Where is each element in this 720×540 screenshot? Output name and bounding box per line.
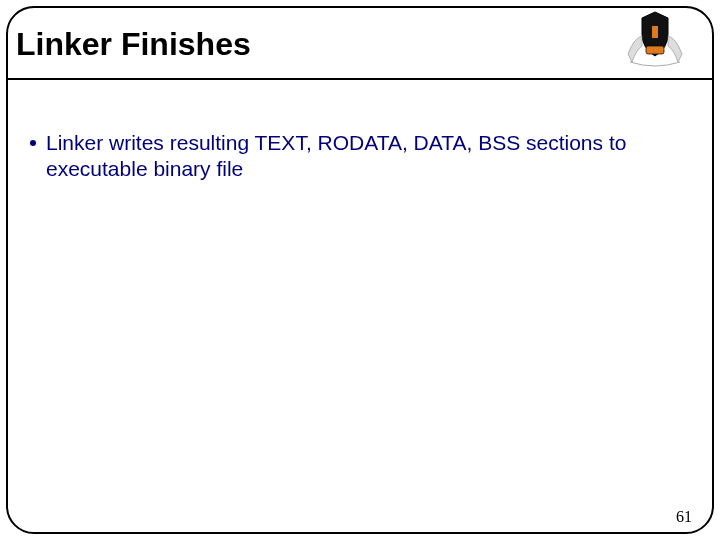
- title-row: Linker Finishes: [8, 10, 712, 80]
- svg-rect-0: [646, 46, 664, 54]
- page-number: 61: [676, 508, 692, 526]
- bullet-text: Linker writes resulting TEXT, RODATA, DA…: [46, 130, 690, 183]
- university-crest-icon: [616, 8, 694, 70]
- slide-frame: [6, 6, 714, 534]
- bullet-dot-icon: [30, 140, 36, 146]
- slide-title: Linker Finishes: [16, 26, 251, 63]
- bullet-item: Linker writes resulting TEXT, RODATA, DA…: [30, 130, 690, 183]
- slide-body: Linker writes resulting TEXT, RODATA, DA…: [30, 130, 690, 183]
